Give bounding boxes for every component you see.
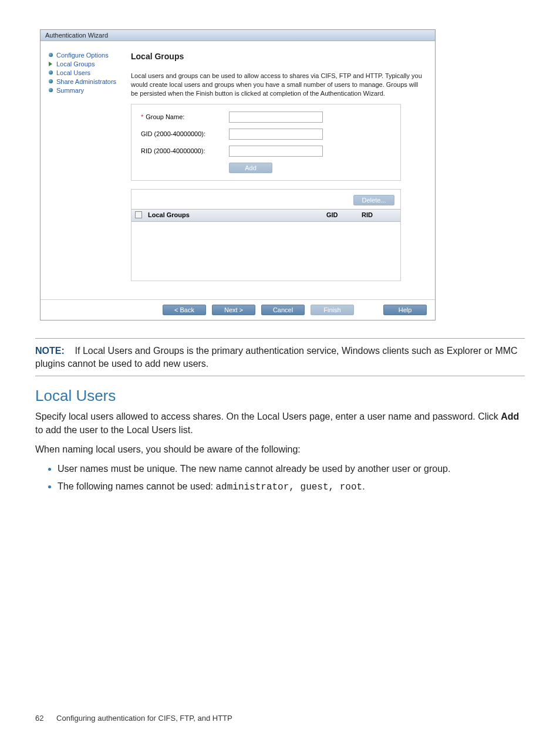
- sidebar-item-label: Local Users: [56, 69, 90, 76]
- group-name-input[interactable]: [229, 112, 323, 123]
- list-item: User names must be unique. The new name …: [58, 462, 525, 476]
- window-title: Authentication Wizard: [41, 30, 435, 41]
- sidebar-item-configure-options[interactable]: Configure Options: [49, 52, 126, 59]
- sidebar-item-label: Summary: [56, 87, 84, 94]
- select-all-checkbox[interactable]: [135, 211, 148, 220]
- sidebar-item-local-groups[interactable]: Local Groups: [49, 60, 126, 67]
- help-button[interactable]: Help: [383, 305, 427, 315]
- col-groups: Local Groups: [148, 211, 326, 220]
- section-heading-local-users: Local Users: [35, 387, 525, 405]
- table-body-empty: [131, 222, 400, 281]
- bullet-list: User names must be unique. The new name …: [35, 462, 525, 494]
- step-icon: [49, 70, 53, 75]
- page-heading: Local Groups: [131, 52, 424, 61]
- sidebar-item-local-users[interactable]: Local Users: [49, 69, 126, 76]
- note-label: NOTE:: [35, 346, 65, 356]
- col-rid: RID: [362, 211, 397, 220]
- step-icon: [49, 53, 53, 58]
- wizard-main: Local Groups Local users and groups can …: [129, 41, 435, 299]
- paragraph: When naming local users, you should be a…: [35, 443, 525, 456]
- local-groups-table: Delete... Local Groups GID RID: [131, 189, 401, 281]
- current-step-arrow-icon: [49, 62, 53, 66]
- page-number: 62: [35, 714, 43, 723]
- gid-label: GID (2000-40000000):: [141, 130, 229, 137]
- document-body: NOTE: If Local Users and Groups is the p…: [35, 338, 525, 494]
- rid-input[interactable]: [229, 146, 323, 157]
- step-icon: [49, 88, 53, 93]
- group-form: *Group Name: GID (2000-40000000): RID (2…: [131, 104, 401, 181]
- gid-input[interactable]: [229, 129, 323, 140]
- col-gid: GID: [326, 211, 362, 220]
- note-block: NOTE: If Local Users and Groups is the p…: [35, 345, 525, 371]
- rid-label: RID (2000-40000000):: [141, 147, 229, 154]
- table-header: Local Groups GID RID: [131, 209, 400, 222]
- sidebar-item-label: Local Groups: [56, 60, 95, 67]
- delete-button[interactable]: Delete...: [353, 195, 394, 205]
- note-text: If Local Users and Groups is the primary…: [35, 346, 518, 369]
- back-button[interactable]: < Back: [163, 305, 206, 315]
- wizard-sidebar: Configure Options Local Groups Local Use…: [41, 41, 129, 299]
- sidebar-item-label: Configure Options: [56, 52, 109, 59]
- sidebar-item-label: Share Administrators: [56, 78, 116, 85]
- add-button[interactable]: Add: [229, 163, 272, 173]
- finish-button[interactable]: Finish: [311, 305, 354, 315]
- footer-chapter: Configuring authentication for CIFS, FTP…: [56, 714, 232, 723]
- group-name-label: *Group Name:: [141, 113, 229, 120]
- auth-wizard-window: Authentication Wizard Configure Options …: [40, 29, 436, 320]
- sidebar-item-summary[interactable]: Summary: [49, 87, 126, 94]
- sidebar-item-share-administrators[interactable]: Share Administrators: [49, 78, 126, 85]
- paragraph: Specify local users allowed to access sh…: [35, 410, 525, 437]
- intro-text: Local users and groups can be used to al…: [131, 72, 424, 98]
- cancel-button[interactable]: Cancel: [261, 305, 305, 315]
- list-item: The following names cannot be used: admi…: [58, 480, 525, 494]
- wizard-footer: < Back Next > Cancel Finish Help: [41, 299, 435, 320]
- next-button[interactable]: Next >: [212, 305, 255, 315]
- step-icon: [49, 79, 53, 84]
- page-footer: 62 Configuring authentication for CIFS, …: [35, 714, 232, 723]
